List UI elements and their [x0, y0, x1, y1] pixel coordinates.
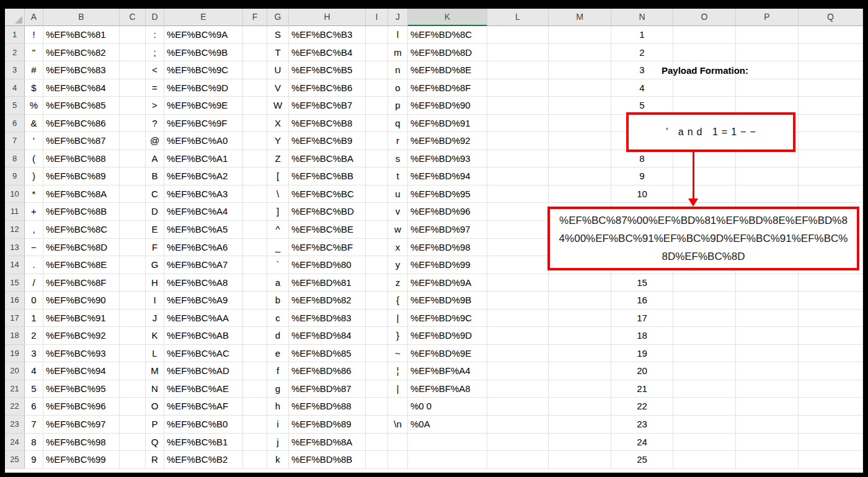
row-header-20[interactable]: 20	[5, 362, 25, 380]
cell-G13[interactable]: _	[267, 239, 289, 257]
cell-O20[interactable]	[673, 362, 736, 380]
cell-B8[interactable]: %EF%BC%88	[43, 150, 120, 168]
cell-I13[interactable]	[366, 239, 388, 257]
cell-F5[interactable]	[243, 97, 267, 115]
cell-C1[interactable]	[120, 26, 146, 44]
cell-Q21[interactable]	[799, 380, 863, 398]
cell-J3[interactable]: n	[388, 61, 408, 79]
cell-D24[interactable]: Q	[146, 434, 164, 452]
cell-O2[interactable]	[673, 44, 736, 62]
cell-F15[interactable]	[243, 274, 267, 292]
cell-J15[interactable]: z	[388, 274, 408, 292]
cell-H21[interactable]: %EF%BD%87	[289, 380, 366, 398]
cell-M17[interactable]	[549, 310, 611, 328]
cell-A10[interactable]: *	[25, 185, 43, 203]
cell-G1[interactable]: S	[267, 26, 289, 44]
cell-D13[interactable]: F	[146, 239, 164, 257]
cell-L7[interactable]	[487, 132, 549, 150]
cell-B6[interactable]: %EF%BC%86	[43, 115, 120, 133]
cell-M24[interactable]	[549, 434, 611, 452]
cell-I24[interactable]	[366, 434, 388, 452]
cell-B7[interactable]: %EF%BC%87	[43, 132, 120, 150]
cell-C25[interactable]	[120, 451, 146, 469]
cell-I21[interactable]	[366, 380, 388, 398]
cell-Q15[interactable]	[799, 274, 863, 292]
cell-A9[interactable]: )	[25, 167, 43, 185]
row-header-13[interactable]: 13	[5, 239, 25, 257]
cell-P9[interactable]	[736, 167, 799, 185]
cell-P22[interactable]	[736, 398, 799, 416]
row-header-9[interactable]: 9	[5, 167, 25, 185]
cell-I7[interactable]	[366, 132, 388, 150]
cell-I23[interactable]	[366, 416, 388, 434]
cell-A24[interactable]: 8	[25, 434, 43, 452]
column-header-A[interactable]: A	[25, 9, 43, 26]
cell-C7[interactable]	[120, 132, 146, 150]
cell-J1[interactable]: l	[388, 26, 408, 44]
cell-Q6[interactable]	[799, 115, 863, 133]
row-header-16[interactable]: 16	[5, 292, 25, 310]
cell-H14[interactable]: %EF%BD%80	[289, 256, 366, 274]
cell-A2[interactable]: "	[25, 44, 43, 62]
cell-H18[interactable]: %EF%BD%84	[289, 327, 366, 345]
cell-N4[interactable]: 4	[611, 79, 673, 97]
cell-N1[interactable]: 1	[611, 26, 673, 44]
column-header-F[interactable]: F	[243, 9, 267, 26]
cell-B19[interactable]: %EF%BC%93	[43, 345, 120, 363]
cell-L25[interactable]	[487, 451, 549, 469]
cell-J19[interactable]: ~	[388, 345, 408, 363]
cell-Q10[interactable]	[799, 185, 863, 203]
cell-J9[interactable]: t	[388, 167, 408, 185]
cell-H19[interactable]: %EF%BD%85	[289, 345, 366, 363]
cell-D14[interactable]: G	[146, 256, 164, 274]
cell-B4[interactable]: %EF%BC%84	[43, 79, 120, 97]
cell-N16[interactable]: 16	[611, 292, 673, 310]
cell-N23[interactable]: 23	[611, 416, 673, 434]
cell-F13[interactable]	[243, 239, 267, 257]
cell-D11[interactable]: D	[146, 203, 164, 221]
cell-Q24[interactable]	[799, 434, 863, 452]
cell-B18[interactable]: %EF%BC%92	[43, 327, 120, 345]
cell-H10[interactable]: %EF%BC%BC	[289, 185, 366, 203]
cell-C22[interactable]	[120, 398, 146, 416]
column-header-J[interactable]: J	[388, 9, 408, 26]
cell-E20[interactable]: %EF%BC%AD	[164, 362, 243, 380]
cell-M19[interactable]	[549, 345, 611, 363]
cell-B25[interactable]: %EF%BC%99	[43, 451, 120, 469]
cell-L24[interactable]	[487, 434, 549, 452]
row-header-8[interactable]: 8	[5, 150, 25, 168]
row-header-18[interactable]: 18	[5, 327, 25, 345]
cell-Q17[interactable]	[799, 310, 863, 328]
cell-L4[interactable]	[487, 79, 549, 97]
cell-D1[interactable]: :	[146, 26, 164, 44]
cell-P10[interactable]	[736, 185, 799, 203]
row-header-10[interactable]: 10	[5, 185, 25, 203]
cell-E15[interactable]: %EF%BC%A8	[164, 274, 243, 292]
cell-Q20[interactable]	[799, 362, 863, 380]
cell-F21[interactable]	[243, 380, 267, 398]
cell-E1[interactable]: %EF%BC%9A	[164, 26, 243, 44]
cell-J14[interactable]: y	[388, 256, 408, 274]
cell-A3[interactable]: #	[25, 61, 43, 79]
column-header-H[interactable]: H	[289, 9, 366, 26]
cell-D20[interactable]: M	[146, 362, 164, 380]
cell-J23[interactable]: \n	[388, 416, 408, 434]
cell-G7[interactable]: Y	[267, 132, 289, 150]
cell-J20[interactable]: ¦	[388, 362, 408, 380]
cell-L23[interactable]	[487, 416, 549, 434]
column-header-M[interactable]: M	[549, 9, 611, 26]
cell-K25[interactable]	[408, 451, 487, 469]
column-header-O[interactable]: O	[673, 9, 736, 26]
cell-O1[interactable]	[673, 26, 736, 44]
cell-K9[interactable]: %EF%BD%94	[408, 167, 487, 185]
cell-D16[interactable]: I	[146, 292, 164, 310]
cell-B10[interactable]: %EF%BC%8A	[43, 185, 120, 203]
cell-O19[interactable]	[673, 345, 736, 363]
cell-O17[interactable]	[673, 310, 736, 328]
cell-A19[interactable]: 3	[25, 345, 43, 363]
cell-G5[interactable]: W	[267, 97, 289, 115]
cell-L10[interactable]	[487, 185, 549, 203]
cell-B11[interactable]: %EF%BC%8B	[43, 203, 120, 221]
cell-D5[interactable]: >	[146, 97, 164, 115]
cell-I12[interactable]	[366, 221, 388, 239]
